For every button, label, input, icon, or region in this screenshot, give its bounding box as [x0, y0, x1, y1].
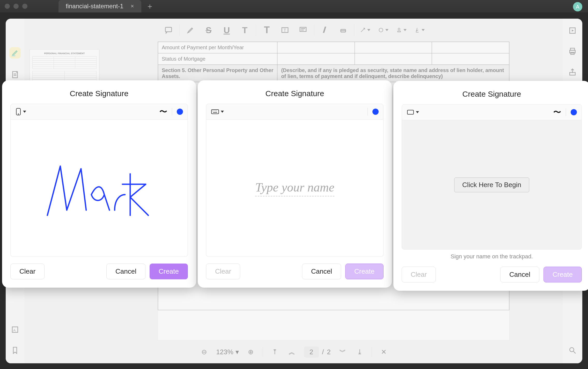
- text-callout-icon[interactable]: [298, 25, 308, 35]
- stamp-tool-dropdown[interactable]: [396, 25, 407, 35]
- separator: [172, 108, 172, 116]
- cell-label: Status of Mortgage: [158, 53, 277, 65]
- ocr-icon[interactable]: A: [9, 324, 21, 335]
- bookmark-icon[interactable]: [9, 345, 21, 356]
- modal-title: Create Signature: [393, 81, 588, 104]
- section-label: Section 5. Other Personal Property and O…: [158, 65, 277, 82]
- zoom-in-button[interactable]: ⊕: [246, 347, 256, 357]
- modal-title: Create Signature: [2, 80, 196, 104]
- print-icon[interactable]: [567, 46, 578, 57]
- close-bottombar-button[interactable]: ✕: [379, 347, 389, 357]
- window-controls: [5, 4, 27, 9]
- clear-button[interactable]: Clear: [402, 267, 436, 282]
- tab-title: financial-statement-1: [66, 3, 123, 10]
- svg-text:A: A: [13, 328, 16, 332]
- page-indicator: 2 / 2: [304, 346, 331, 358]
- page-current-input[interactable]: 2: [304, 346, 319, 358]
- annotation-toolbar: S U T T T: [6, 19, 582, 41]
- prev-page-button[interactable]: ︽: [287, 347, 297, 357]
- separator: [256, 24, 256, 36]
- cancel-button[interactable]: Cancel: [500, 267, 539, 282]
- note-mode-icon[interactable]: [9, 69, 21, 80]
- create-signature-modal-type: Create Signature Type your name Clear Ca…: [198, 80, 392, 288]
- search-icon[interactable]: [567, 345, 578, 356]
- section-desc: (Describe, and if any is pledged as secu…: [277, 65, 509, 82]
- cancel-button[interactable]: Cancel: [106, 264, 145, 279]
- create-signature-modal-draw: Create Signature 〜 Clear Cancel Create: [2, 80, 196, 288]
- svg-rect-23: [211, 110, 219, 114]
- stroke-style-icon[interactable]: 〜: [553, 107, 561, 118]
- last-page-button[interactable]: ⤓: [355, 347, 365, 357]
- shape-tool-dropdown[interactable]: [378, 25, 388, 35]
- clear-button[interactable]: Clear: [10, 264, 45, 279]
- bottom-toolbar: ⊖ 123%▾ ⊕ ⤒ ︽ 2 / 2 ︾ ⤓ ✕: [199, 340, 389, 363]
- signature-trackpad-canvas[interactable]: Click Here To Begin: [402, 120, 582, 250]
- clear-button[interactable]: Clear: [206, 264, 240, 279]
- separator: [179, 24, 180, 36]
- arrow-tool-dropdown[interactable]: [360, 25, 370, 35]
- separator: [368, 108, 368, 116]
- svg-rect-29: [407, 110, 414, 114]
- create-button[interactable]: Create: [345, 264, 384, 279]
- highlighter-icon[interactable]: [185, 25, 196, 35]
- create-button[interactable]: Create: [150, 264, 188, 279]
- create-button[interactable]: Create: [543, 267, 582, 282]
- titlebar: financial-statement-1 × ＋ A: [0, 0, 588, 12]
- avatar[interactable]: A: [573, 2, 582, 11]
- signature-color-picker[interactable]: [571, 109, 577, 115]
- comment-icon[interactable]: [163, 25, 174, 35]
- svg-rect-0: [165, 27, 172, 32]
- svg-point-22: [18, 114, 19, 114]
- thumb-title: PERSONAL FINANCIAL STATEMENT: [32, 52, 97, 55]
- input-device-dropdown[interactable]: [15, 108, 26, 116]
- signature-color-picker[interactable]: [372, 109, 379, 115]
- modal-toolbar: 〜: [10, 104, 188, 120]
- svg-point-8: [398, 28, 400, 30]
- svg-point-20: [570, 347, 574, 352]
- type-placeholder: Type your name: [255, 180, 334, 196]
- eraser-icon[interactable]: [338, 25, 348, 35]
- modal-toolbar: [206, 104, 384, 120]
- svg-rect-9: [12, 55, 15, 56]
- separator: [314, 24, 314, 36]
- modal-footer: Clear Cancel Create: [2, 257, 196, 288]
- create-signature-modal-trackpad: Create Signature 〜 Click Here To Begin S…: [393, 81, 588, 291]
- separator: [354, 24, 354, 36]
- first-page-button[interactable]: ⤒: [270, 347, 280, 357]
- close-window-icon[interactable]: [5, 4, 10, 9]
- trackpad-hint-text: Sign your name on the trackpad.: [402, 253, 582, 260]
- svg-point-7: [379, 28, 383, 32]
- document-tab[interactable]: financial-statement-1 ×: [58, 0, 141, 12]
- signature-type-canvas[interactable]: Type your name: [206, 120, 384, 257]
- text-box-icon[interactable]: T: [280, 25, 290, 35]
- signature-tool-dropdown[interactable]: [414, 25, 425, 35]
- zoom-out-button[interactable]: ⊖: [199, 347, 209, 357]
- signature-draw-canvas[interactable]: [10, 120, 188, 257]
- begin-trackpad-button[interactable]: Click Here To Begin: [454, 178, 529, 192]
- pencil-icon[interactable]: [320, 25, 330, 35]
- page-total: 2: [327, 348, 330, 356]
- separator: [566, 108, 566, 116]
- maximize-window-icon[interactable]: [22, 4, 27, 9]
- modal-title: Create Signature: [198, 80, 392, 104]
- slideshow-icon[interactable]: [567, 25, 578, 36]
- next-page-button[interactable]: ︾: [337, 347, 348, 357]
- close-tab-icon[interactable]: ×: [131, 3, 134, 10]
- modal-footer: Clear Cancel Create: [393, 260, 588, 291]
- input-device-dropdown[interactable]: [211, 109, 224, 115]
- separator: [372, 347, 372, 357]
- underline-icon[interactable]: U: [222, 25, 232, 35]
- signature-color-picker[interactable]: [177, 109, 183, 115]
- squiggle-icon[interactable]: T: [240, 25, 250, 35]
- cancel-button[interactable]: Cancel: [302, 264, 341, 279]
- input-device-dropdown[interactable]: [407, 109, 419, 115]
- minimize-window-icon[interactable]: [13, 4, 19, 9]
- zoom-level-dropdown[interactable]: 123%▾: [216, 348, 239, 356]
- highlighter-mode-icon[interactable]: [9, 47, 21, 59]
- svg-text:T: T: [284, 28, 286, 33]
- stroke-style-icon[interactable]: 〜: [159, 107, 167, 117]
- text-icon[interactable]: T: [262, 25, 272, 35]
- strikethrough-icon[interactable]: S: [203, 25, 214, 35]
- share-icon[interactable]: [567, 66, 578, 78]
- new-tab-button[interactable]: ＋: [146, 1, 154, 12]
